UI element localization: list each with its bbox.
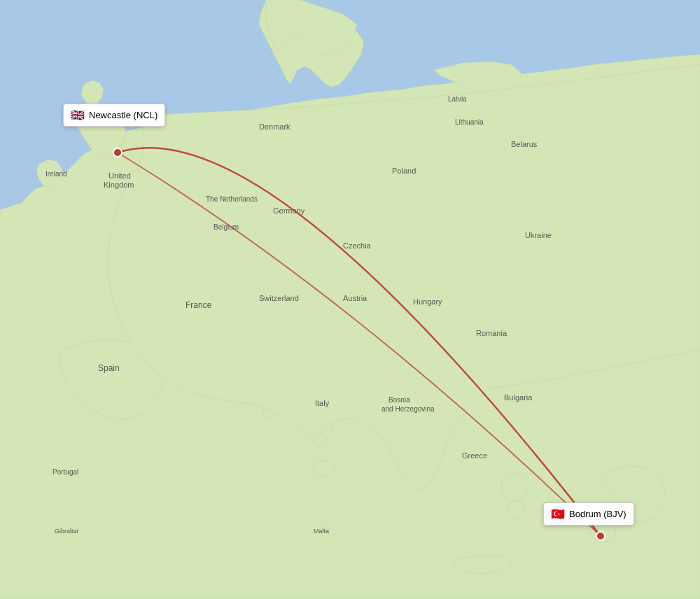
dot-ncl <box>113 148 122 157</box>
label-ukraine: Ukraine <box>525 231 552 239</box>
dot-bjv <box>596 532 605 540</box>
label-denmark: Denmark <box>259 122 290 131</box>
ncl-label: 🇬🇧 Newcastle (NCL) <box>63 104 165 127</box>
label-hungary: Hungary <box>413 297 442 306</box>
label-france: France <box>186 300 212 310</box>
label-united-kingdom: United <box>108 171 131 180</box>
label-italy: Italy <box>315 399 330 407</box>
label-netherlands: The Netherlands <box>206 195 258 203</box>
label-united-kingdom-2: Kingdom <box>104 181 134 189</box>
label-bosnia-1: Bosnia <box>388 396 410 404</box>
ncl-flag: 🇬🇧 <box>71 108 85 122</box>
label-ireland: Ireland <box>46 170 67 178</box>
bjv-label: 🇹🇷 Bodrum (BJV) <box>543 502 634 526</box>
label-greece: Greece <box>462 451 487 460</box>
label-malta: Malta <box>314 528 329 535</box>
label-lithuania: Lithuania <box>455 118 484 126</box>
label-gibraltar: Gibraltar <box>55 528 79 535</box>
label-poland: Poland <box>392 167 416 175</box>
label-germany: Germany <box>273 206 305 215</box>
label-belgium: Belgium <box>214 223 239 231</box>
label-romania: Romania <box>476 329 507 337</box>
bjv-text: Bodrum (BJV) <box>569 509 626 519</box>
label-spain: Spain <box>98 363 120 373</box>
bjv-flag: 🇹🇷 <box>551 507 565 521</box>
label-czechia: Czechia <box>343 241 372 250</box>
label-bosnia-2: and Herzegovina <box>382 405 435 413</box>
label-portugal: Portugal <box>52 468 78 476</box>
map-container: United Kingdom Ireland The Netherlands B… <box>0 0 700 599</box>
label-austria: Austria <box>343 294 368 302</box>
label-latvia: Latvia <box>448 95 467 103</box>
label-bulgaria: Bulgaria <box>504 393 533 402</box>
label-belarus: Belarus <box>511 140 538 148</box>
label-switzerland: Switzerland <box>259 294 299 302</box>
ncl-text: Newcastle (NCL) <box>89 110 158 120</box>
